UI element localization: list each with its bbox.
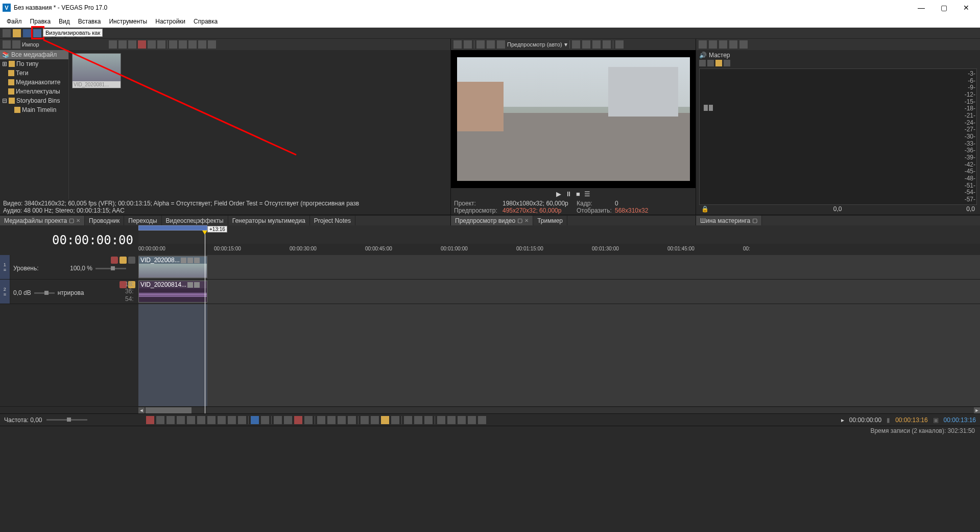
master-meter[interactable]: -3--6--9--12--15--18--21--24--27--30--33… xyxy=(699,68,977,205)
video-clip[interactable]: VID_202008... xyxy=(138,256,207,278)
volume-slider[interactable] xyxy=(34,292,55,294)
save-icon[interactable] xyxy=(603,40,611,49)
tree-maintl[interactable]: Main Timelin xyxy=(0,105,68,114)
tool-icon[interactable] xyxy=(739,40,748,49)
overlay-icon[interactable] xyxy=(572,40,580,49)
rate-slider[interactable] xyxy=(46,419,87,421)
play-icon[interactable] xyxy=(169,40,177,49)
view-icon[interactable] xyxy=(3,40,11,49)
scroll-right-icon[interactable]: ► xyxy=(974,407,980,413)
lock-icon[interactable] xyxy=(348,416,356,424)
stop-icon[interactable] xyxy=(179,40,187,49)
clip-fx-icon[interactable] xyxy=(187,282,193,288)
track-content[interactable]: VID_202008... VID_20200814... xyxy=(138,255,980,406)
maximize-icon[interactable] xyxy=(129,265,135,271)
fx-icon[interactable] xyxy=(157,40,165,49)
play-icon[interactable] xyxy=(177,416,185,424)
tool-icon[interactable] xyxy=(468,416,476,424)
menu-file[interactable]: Файл xyxy=(3,17,26,26)
fader-handle[interactable] xyxy=(704,105,708,111)
minimize-button[interactable]: — xyxy=(910,1,933,15)
tree-storyboard[interactable]: ⊟ Storyboard Bins xyxy=(0,96,68,105)
selection-region[interactable] xyxy=(138,304,207,406)
scroll-left-icon[interactable]: ◄ xyxy=(138,407,145,413)
menu-help[interactable]: Справка xyxy=(189,17,222,26)
tool-icon[interactable] xyxy=(317,416,325,424)
bypass-icon[interactable] xyxy=(111,257,118,264)
tree-all-media[interactable]: 📚 Все медиафайл xyxy=(0,50,68,59)
audio-track-lane[interactable]: VID_20200814... xyxy=(138,280,980,304)
menu-edit[interactable]: Правка xyxy=(26,17,55,26)
tab-explorer[interactable]: Проводник xyxy=(85,216,124,225)
timecode-display[interactable]: ▸ 00:00:00:00 ▮ 00:00:13:16 ▣ 00:00:13:1… xyxy=(841,417,976,424)
fx-icon[interactable] xyxy=(476,40,485,49)
audio-clip[interactable]: VID_20200814... xyxy=(138,281,207,303)
render-as-icon[interactable] xyxy=(33,29,41,37)
menu-insert[interactable]: Вставка xyxy=(74,17,105,26)
tool-icon[interactable] xyxy=(724,60,730,66)
tool-icon[interactable] xyxy=(582,40,590,49)
tool-icon[interactable] xyxy=(404,416,412,424)
mute-icon[interactable] xyxy=(707,60,714,66)
menu-settings[interactable]: Настройки xyxy=(151,17,189,26)
edit-tool-icon[interactable] xyxy=(251,416,259,424)
new-icon[interactable] xyxy=(3,29,11,37)
tab-preview[interactable]: Предпросмотр видео▢ ✕ xyxy=(451,216,533,225)
audio-track-header[interactable]: 2≡ 0,0 dB нтрирова 18: 36: 54: xyxy=(0,280,138,304)
tool-icon[interactable] xyxy=(109,40,117,49)
level-slider[interactable] xyxy=(95,268,126,269)
tree-tags[interactable]: Теги xyxy=(0,68,68,78)
clip-menu-icon[interactable] xyxy=(194,282,200,288)
import-label[interactable]: Импор xyxy=(22,41,39,48)
media-thumb[interactable]: VID_2020081... xyxy=(72,53,121,88)
tool-icon[interactable] xyxy=(437,416,445,424)
import-icon[interactable] xyxy=(12,40,20,49)
menu-icon[interactable]: ☰ xyxy=(584,190,590,198)
tool-icon[interactable] xyxy=(414,416,422,424)
split-icon[interactable] xyxy=(487,40,495,49)
h-scrollbar[interactable]: ◄ ► xyxy=(138,407,980,413)
video-track-header[interactable]: 1≡ Уровень: 100,0 % xyxy=(0,255,138,280)
clip-pan-icon[interactable] xyxy=(194,258,200,263)
solo-icon[interactable] xyxy=(715,60,722,66)
tree-by-type[interactable]: ⊞ По типу xyxy=(0,59,68,68)
tab-trimmer[interactable]: Триммер xyxy=(533,216,567,225)
tool-icon[interactable] xyxy=(294,416,302,424)
media-tree[interactable]: 📚 Все медиафайл ⊞ По типу Теги Медианако… xyxy=(0,50,69,199)
tool-icon[interactable] xyxy=(478,416,486,424)
loop-icon[interactable] xyxy=(156,416,164,424)
fx-icon[interactable] xyxy=(128,257,135,264)
lock-icon[interactable]: 🔒 xyxy=(701,205,709,213)
tool-icon[interactable] xyxy=(188,40,197,49)
play-icon[interactable]: ▶ xyxy=(556,190,561,198)
gear-icon[interactable] xyxy=(148,40,156,49)
stop-icon[interactable] xyxy=(197,416,205,424)
tool-icon[interactable] xyxy=(274,416,282,424)
tool-icon[interactable] xyxy=(284,416,292,424)
menu-tools[interactable]: Инструменты xyxy=(105,17,151,26)
video-track-lane[interactable]: VID_202008... xyxy=(138,255,980,280)
stop-icon[interactable]: ■ xyxy=(576,190,580,198)
tool-icon[interactable] xyxy=(371,416,379,424)
preview-quality-label[interactable]: Предпросмотр (авто) xyxy=(507,41,562,48)
save-icon[interactable] xyxy=(23,29,31,37)
clip-menu-icon[interactable] xyxy=(181,258,186,263)
tool-icon[interactable] xyxy=(338,416,346,424)
tool-icon[interactable] xyxy=(118,40,127,49)
quality-icon[interactable] xyxy=(497,40,505,49)
clip-fx-icon[interactable] xyxy=(187,258,193,263)
fx-icon[interactable] xyxy=(699,60,706,66)
remove-icon[interactable] xyxy=(138,40,146,49)
tool-icon[interactable] xyxy=(719,40,727,49)
tab-mastering[interactable]: Шина мастеринга▢ xyxy=(696,216,762,225)
solo-icon[interactable] xyxy=(119,257,127,264)
tool-icon[interactable] xyxy=(198,40,206,49)
tool-icon[interactable] xyxy=(458,416,466,424)
prev-frame-icon[interactable] xyxy=(228,416,236,424)
tab-notes[interactable]: Project Notes xyxy=(310,216,355,225)
maximize-button[interactable]: ▢ xyxy=(933,1,955,15)
menu-view[interactable]: Вид xyxy=(55,17,74,26)
tool-icon[interactable] xyxy=(327,416,336,424)
tool-icon[interactable] xyxy=(709,40,717,49)
preview-viewport[interactable] xyxy=(451,50,696,188)
